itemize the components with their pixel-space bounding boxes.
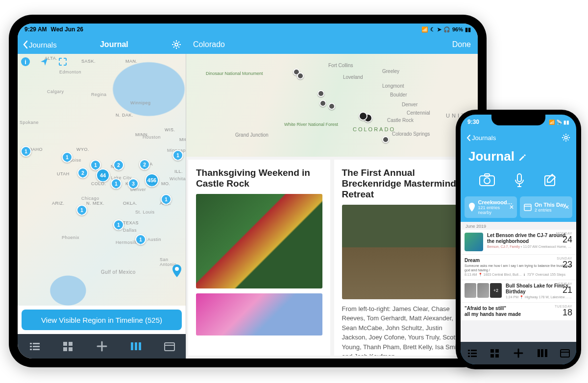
- calendar-icon[interactable]: [164, 341, 175, 351]
- list-item[interactable]: "Afraid to be still" all my hands have m…: [461, 303, 576, 320]
- day-number: 23: [557, 260, 572, 269]
- entry-meta: 1:24 PM 📍 Highway 178 W, Lakeview… 🌡 90°…: [506, 295, 572, 299]
- map-left[interactable]: i ALTA. SASK. MAN. N. DAK. MINN. WIS. ID…: [18, 54, 186, 306]
- close-icon[interactable]: ✕: [509, 204, 514, 211]
- list-item[interactable]: Dream Someone asks me how I am I say I a…: [461, 255, 576, 280]
- entry-photo: [196, 194, 322, 288]
- grid-icon[interactable]: [63, 341, 74, 351]
- map-dot[interactable]: [382, 136, 389, 143]
- place-label: Fort Collins: [328, 63, 353, 68]
- camera-icon[interactable]: [479, 173, 495, 187]
- map-dot[interactable]: [297, 72, 304, 79]
- done-button[interactable]: Done: [452, 40, 471, 49]
- state-label: COLORADO: [353, 126, 395, 132]
- map-label: TEXAS: [123, 220, 139, 225]
- entry-thumbset: +2: [465, 283, 502, 299]
- calendar-small-icon: [524, 203, 532, 211]
- day-number: 18: [555, 308, 572, 317]
- map-pin[interactable]: 44: [96, 168, 110, 182]
- entry-daybox: FRIDAY 21: [559, 282, 572, 294]
- ipad-screen: 9:29 AM Wed Jun 26 📶 ☾ ➤ 🎧 96% ▮▮ Journa…: [18, 24, 478, 359]
- info-icon[interactable]: i: [21, 57, 30, 67]
- map-city: St. Louis: [135, 210, 155, 215]
- svg-point-3: [175, 267, 179, 271]
- mic-icon[interactable]: [514, 173, 525, 189]
- map-pin[interactable]: 2: [113, 160, 124, 170]
- journal-title: Journal: [468, 149, 514, 164]
- grid-icon[interactable]: [490, 349, 500, 358]
- map-label: WIS.: [165, 127, 175, 132]
- nearby-chip[interactable]: Creekwood…121 entries nearby ✕: [465, 196, 517, 218]
- map-pin[interactable]: 1: [113, 219, 124, 230]
- plus-icon[interactable]: [513, 347, 524, 359]
- list-icon[interactable]: [29, 341, 41, 351]
- current-location-pin-icon[interactable]: [172, 264, 182, 277]
- map-pin[interactable]: 456: [145, 173, 159, 187]
- entry-feed[interactable]: June 2019 Let Benson drive the CJ-7 arou…: [461, 222, 576, 342]
- pin-icon: [468, 203, 475, 212]
- map-label: MICH.: [179, 137, 186, 142]
- entry-cards: Thanksgiving Weekend in Castle Rock The …: [186, 157, 478, 359]
- entry-title: Dream: [465, 258, 572, 263]
- svg-rect-19: [490, 349, 494, 353]
- list-icon[interactable]: [467, 349, 478, 358]
- status-bar: 9:29 AM Wed Jun 26 📶 ☾ ➤ 🎧 96% ▮▮: [18, 24, 478, 35]
- chip-title: Creekwood…: [478, 199, 513, 205]
- gear-icon[interactable]: [562, 133, 570, 142]
- status-time: 9:30: [467, 119, 479, 125]
- svg-text:i: i: [24, 58, 26, 66]
- battery-icon: ▮▮: [465, 26, 471, 33]
- map-pin[interactable]: 1: [111, 178, 122, 189]
- columns-icon[interactable]: [537, 349, 548, 358]
- view-region-button[interactable]: View Visible Region in Timeline (525): [22, 310, 182, 330]
- map-pin[interactable]: 1: [172, 150, 183, 161]
- list-item[interactable]: +2 Bull Shoals Lake for Finn's Birthday …: [461, 280, 576, 303]
- calendar-icon[interactable]: [560, 349, 570, 358]
- on-this-day-chip[interactable]: On This Day2 entries ✕: [520, 196, 572, 218]
- map-dot[interactable]: [359, 112, 368, 120]
- entry-title: Thanksgiving Weekend in Castle Rock: [196, 168, 322, 189]
- map-pin[interactable]: 1: [62, 152, 73, 163]
- place-label: Colorado Springs: [392, 131, 430, 137]
- map-pin[interactable]: 2: [139, 159, 150, 170]
- map-pin[interactable]: 1: [161, 194, 172, 205]
- ipad-device: 9:29 AM Wed Jun 26 📶 ☾ ➤ 🎧 96% ▮▮ Journa…: [9, 15, 487, 367]
- map-right[interactable]: Dinosaur National Monument White River N…: [186, 54, 478, 157]
- place-label: Castle Rock: [387, 118, 414, 123]
- entry-title: The First Annual Breckenridge Mastermind…: [342, 168, 468, 200]
- svg-rect-5: [69, 342, 73, 346]
- map-pin[interactable]: 3: [128, 178, 139, 189]
- svg-rect-26: [561, 350, 569, 357]
- gear-icon[interactable]: [172, 40, 181, 49]
- columns-icon[interactable]: [130, 341, 142, 351]
- battery-pct: 96%: [452, 26, 463, 32]
- moon-icon: ☾: [430, 26, 435, 33]
- map-pin[interactable]: 2: [77, 168, 88, 178]
- entry-daybox: SUNDAY 23: [557, 257, 572, 269]
- plus-icon[interactable]: [96, 340, 108, 353]
- entry-card[interactable]: The First Annual Breckenridge Mastermind…: [334, 160, 476, 356]
- edit-icon[interactable]: [518, 153, 526, 161]
- map-dot[interactable]: [328, 103, 335, 110]
- svg-rect-24: [541, 349, 543, 357]
- entry-tags: Benson, CJ-7, Family: [487, 245, 520, 248]
- map-dot[interactable]: [318, 90, 324, 97]
- list-item[interactable]: Let Benson drive the CJ-7 around the nei…: [461, 230, 576, 255]
- entry-photo: [342, 205, 468, 299]
- expand-icon[interactable]: [58, 57, 68, 67]
- back-button[interactable]: Journals: [23, 40, 57, 49]
- signal-icon: 📶: [421, 26, 428, 33]
- back-button[interactable]: Journals: [466, 134, 496, 142]
- compose-icon[interactable]: [543, 173, 558, 188]
- entry-card[interactable]: Thanksgiving Weekend in Castle Rock: [188, 160, 330, 356]
- map-label: WYO.: [76, 147, 89, 152]
- svg-rect-18: [524, 204, 531, 211]
- map-pin[interactable]: 1: [76, 205, 87, 215]
- place-label: Longmont: [382, 83, 404, 89]
- close-icon[interactable]: ✕: [564, 204, 569, 211]
- map-pin[interactable]: 1: [135, 234, 146, 245]
- map-pin[interactable]: 1: [21, 146, 31, 157]
- left-pane: i ALTA. SASK. MAN. N. DAK. MINN. WIS. ID…: [18, 54, 186, 359]
- svg-point-0: [175, 43, 178, 46]
- map-dot[interactable]: [319, 100, 326, 107]
